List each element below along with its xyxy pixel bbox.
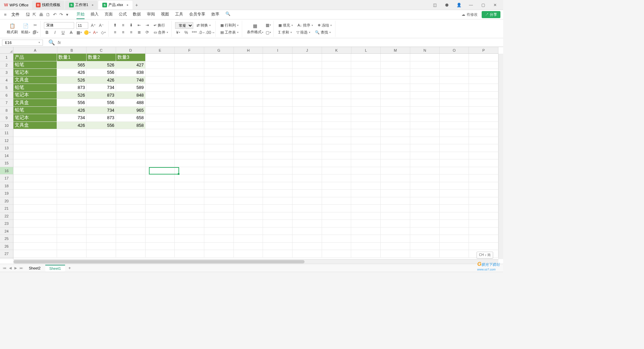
cell[interactable] xyxy=(440,129,469,137)
share-button[interactable]: ↗ 分享 xyxy=(482,11,500,18)
cell[interactable] xyxy=(440,99,469,107)
cell[interactable] xyxy=(292,99,322,107)
cell[interactable] xyxy=(410,99,440,107)
cell[interactable] xyxy=(440,69,469,77)
cell[interactable] xyxy=(410,235,440,243)
cell[interactable] xyxy=(381,220,410,228)
cell[interactable] xyxy=(175,190,204,197)
cell[interactable] xyxy=(204,190,234,197)
indent-right-icon[interactable]: ⇥ xyxy=(144,22,150,28)
col-header-B[interactable]: B xyxy=(57,47,87,53)
cell[interactable] xyxy=(381,144,410,152)
cell[interactable] xyxy=(116,250,146,258)
cell[interactable] xyxy=(351,129,381,137)
cell[interactable] xyxy=(469,137,498,145)
cell[interactable] xyxy=(116,144,146,152)
cell[interactable] xyxy=(263,174,292,182)
row-header-16[interactable]: 16 xyxy=(0,167,13,175)
name-box[interactable]: E16 ▾ xyxy=(2,40,43,46)
cell[interactable] xyxy=(322,167,352,175)
cell[interactable] xyxy=(381,212,410,220)
cell[interactable] xyxy=(351,92,381,99)
worksheet-button[interactable]: ▤ 工作表▾ xyxy=(219,29,240,36)
border-button[interactable]: ▦▾ xyxy=(76,30,82,36)
row-header-25[interactable]: 25 xyxy=(0,235,13,243)
cell[interactable] xyxy=(234,122,263,130)
cell[interactable] xyxy=(292,84,322,92)
cell[interactable] xyxy=(234,54,263,61)
cell[interactable] xyxy=(57,235,87,243)
cell[interactable] xyxy=(175,243,204,250)
row-header-2[interactable]: 2 xyxy=(0,61,13,69)
cell[interactable] xyxy=(469,235,498,243)
font-size-select[interactable] xyxy=(76,22,88,29)
cell[interactable] xyxy=(87,152,116,160)
cell[interactable] xyxy=(410,122,440,130)
header-cell[interactable]: 产品 xyxy=(13,54,57,61)
product-cell[interactable]: 笔记本 xyxy=(13,69,57,77)
cell[interactable] xyxy=(292,144,322,152)
percent-icon[interactable]: % xyxy=(183,30,189,36)
cell[interactable] xyxy=(351,235,381,243)
cell[interactable] xyxy=(469,99,498,107)
cell[interactable] xyxy=(146,205,175,212)
tab-view[interactable]: 视图 xyxy=(161,10,169,19)
cell[interactable] xyxy=(234,190,263,197)
cell[interactable] xyxy=(469,205,498,212)
cell[interactable] xyxy=(146,243,175,250)
cell[interactable] xyxy=(146,92,175,99)
cell[interactable] xyxy=(263,144,292,152)
cell[interactable] xyxy=(381,99,410,107)
row-header-9[interactable]: 9 xyxy=(0,114,13,122)
cell[interactable] xyxy=(322,197,352,205)
close-icon[interactable]: ● xyxy=(92,3,94,7)
cell[interactable] xyxy=(263,167,292,175)
value-cell[interactable]: 427 xyxy=(116,61,146,69)
cell[interactable] xyxy=(410,182,440,190)
cell[interactable] xyxy=(204,77,234,84)
cell[interactable] xyxy=(57,243,87,250)
cell[interactable] xyxy=(263,107,292,114)
cell[interactable] xyxy=(410,107,440,114)
tab-insert[interactable]: 插入 xyxy=(91,10,99,19)
export-icon[interactable]: ⇱ xyxy=(33,12,36,17)
cell[interactable] xyxy=(440,122,469,130)
header-cell[interactable]: 数量1 xyxy=(57,54,87,61)
cell[interactable] xyxy=(469,197,498,205)
cell[interactable] xyxy=(175,235,204,243)
value-cell[interactable]: 734 xyxy=(87,107,116,114)
cell[interactable] xyxy=(381,129,410,137)
cell[interactable] xyxy=(175,159,204,167)
orientation-icon[interactable]: ⟳ xyxy=(144,29,150,35)
cell[interactable] xyxy=(263,243,292,250)
cell[interactable] xyxy=(116,197,146,205)
cell[interactable] xyxy=(322,228,352,235)
cell[interactable] xyxy=(322,235,352,243)
col-header-F[interactable]: F xyxy=(175,47,204,53)
cell[interactable] xyxy=(13,174,57,182)
col-header-E[interactable]: E xyxy=(146,47,175,53)
cell[interactable] xyxy=(13,137,57,145)
cell[interactable] xyxy=(292,205,322,212)
cell[interactable] xyxy=(381,190,410,197)
cell[interactable] xyxy=(204,54,234,61)
cell[interactable] xyxy=(116,137,146,145)
cell[interactable] xyxy=(234,99,263,107)
print-icon[interactable]: 🖶 xyxy=(39,12,43,17)
cell[interactable] xyxy=(13,182,57,190)
cell[interactable] xyxy=(175,122,204,130)
cell[interactable] xyxy=(381,92,410,99)
cell[interactable] xyxy=(146,107,175,114)
value-cell[interactable]: 526 xyxy=(57,92,87,99)
cell[interactable] xyxy=(234,205,263,212)
cell[interactable] xyxy=(263,61,292,69)
fx-icon[interactable]: fx xyxy=(58,40,61,45)
value-cell[interactable]: 526 xyxy=(87,61,116,69)
cell[interactable] xyxy=(146,122,175,130)
cell[interactable] xyxy=(322,250,352,258)
cell[interactable] xyxy=(87,220,116,228)
cell[interactable] xyxy=(57,205,87,212)
align-bottom-icon[interactable]: ⬇ xyxy=(128,22,134,28)
cell[interactable] xyxy=(469,212,498,220)
cell[interactable] xyxy=(87,159,116,167)
